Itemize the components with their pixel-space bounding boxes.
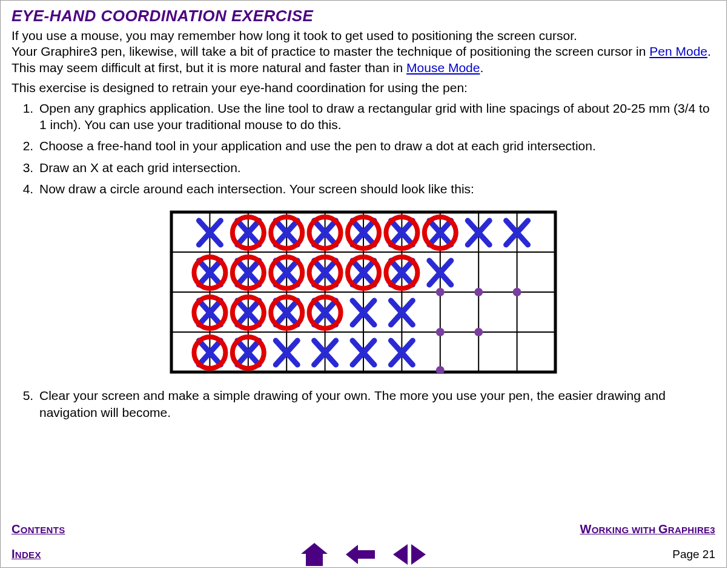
intro-line2a: Your Graphire3 pen, likewise, will take … (12, 44, 649, 58)
svg-marker-94 (346, 545, 375, 564)
prev-next-icon[interactable] (393, 544, 426, 565)
intro-line1: If you use a mouse, you may remember how… (12, 28, 577, 42)
svg-point-17 (474, 328, 483, 336)
svg-point-14 (474, 288, 483, 296)
home-icon[interactable] (301, 543, 328, 566)
step-4: Now draw a circle around each intersecti… (37, 181, 715, 197)
svg-point-13 (436, 288, 445, 296)
svg-point-15 (513, 288, 521, 296)
index-link[interactable]: INDEX (12, 547, 41, 561)
pen-mode-link[interactable]: Pen Mode (649, 44, 707, 58)
intro-paragraph: If you use a mouse, you may remember how… (12, 28, 715, 76)
step-1: Open any graphics application. Use the l… (37, 100, 715, 133)
exercise-steps: Open any graphics application. Use the l… (12, 100, 715, 197)
step-3: Draw an X at each grid intersection. (37, 159, 715, 176)
page-number: Page 21 (672, 548, 715, 561)
svg-marker-96 (411, 544, 426, 565)
svg-marker-95 (393, 544, 408, 565)
svg-marker-93 (301, 543, 328, 566)
step-5: Clear your screen and make a simple draw… (37, 387, 715, 421)
working-with-link[interactable]: WORKING WITH GRAPHIRE3 (580, 522, 715, 536)
back-arrow-icon[interactable] (346, 545, 375, 564)
lead-text: This exercise is designed to retrain you… (12, 81, 715, 95)
contents-link[interactable]: CContentsONTENTS (12, 522, 65, 536)
grid-illustration (12, 210, 715, 374)
exercise-steps-continued: Clear your screen and make a simple draw… (12, 387, 715, 421)
intro-line2c: . (480, 61, 483, 75)
step-2: Choose a free-hand tool in your applicat… (37, 138, 715, 154)
page-title: EYE-HAND COORDINATION EXERCISE (12, 7, 715, 25)
mouse-mode-link[interactable]: Mouse Mode (406, 61, 480, 75)
svg-point-16 (436, 328, 445, 336)
